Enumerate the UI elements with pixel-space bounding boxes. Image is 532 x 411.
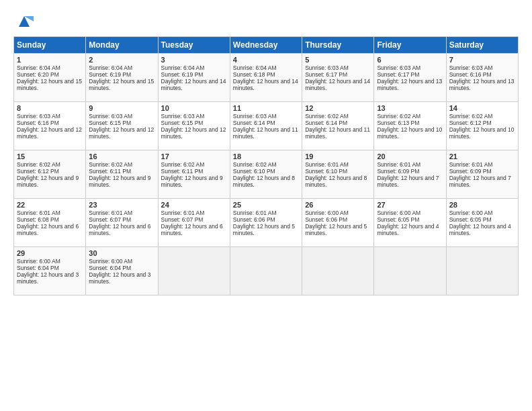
calendar-cell: 23Sunrise: 6:01 AMSunset: 6:07 PMDayligh… bbox=[86, 199, 158, 247]
daylight: Daylight: 12 hours and 9 minutes. bbox=[161, 175, 223, 188]
day-number: 24 bbox=[161, 201, 227, 209]
calendar-cell: 22Sunrise: 6:01 AMSunset: 6:08 PMDayligh… bbox=[14, 199, 86, 247]
calendar-cell: 30Sunrise: 6:00 AMSunset: 6:04 PMDayligh… bbox=[86, 247, 158, 295]
sunrise: Sunrise: 6:01 AM bbox=[305, 161, 349, 168]
calendar-page: Sunday Monday Tuesday Wednesday Thursday… bbox=[0, 0, 532, 302]
daylight: Daylight: 12 hours and 12 minutes. bbox=[161, 126, 226, 140]
daylight: Daylight: 12 hours and 4 minutes. bbox=[377, 223, 439, 236]
daylight: Daylight: 12 hours and 14 minutes. bbox=[233, 78, 298, 91]
day-number: 26 bbox=[305, 201, 371, 209]
calendar-cell bbox=[230, 247, 302, 295]
calendar-cell: 4Sunrise: 6:04 AMSunset: 6:18 PMDaylight… bbox=[230, 54, 302, 102]
day-number: 12 bbox=[305, 104, 371, 112]
day-number: 3 bbox=[161, 56, 227, 64]
sunset: Sunset: 6:09 PM bbox=[377, 168, 419, 175]
sunrise: Sunrise: 6:01 AM bbox=[161, 210, 205, 216]
day-number: 21 bbox=[449, 152, 515, 161]
daylight: Daylight: 12 hours and 13 minutes. bbox=[377, 78, 442, 91]
sunset: Sunset: 6:19 PM bbox=[89, 71, 131, 78]
sunset: Sunset: 6:14 PM bbox=[233, 120, 275, 126]
header-tuesday: Tuesday bbox=[158, 37, 230, 54]
sunrise: Sunrise: 6:00 AM bbox=[17, 258, 60, 265]
sunset: Sunset: 6:14 PM bbox=[305, 120, 347, 126]
sunset: Sunset: 6:08 PM bbox=[17, 216, 59, 223]
logo-icon bbox=[15, 12, 34, 31]
calendar-cell: 12Sunrise: 6:02 AMSunset: 6:14 PMDayligh… bbox=[302, 102, 374, 150]
day-number: 15 bbox=[17, 152, 83, 161]
sunset: Sunset: 6:15 PM bbox=[161, 120, 204, 126]
calendar-cell: 16Sunrise: 6:02 AMSunset: 6:11 PMDayligh… bbox=[86, 150, 158, 199]
sunset: Sunset: 6:16 PM bbox=[17, 120, 59, 126]
sunset: Sunset: 6:20 PM bbox=[17, 71, 59, 78]
day-number: 28 bbox=[449, 201, 515, 209]
calendar-week-row: 8Sunrise: 6:03 AMSunset: 6:16 PMDaylight… bbox=[14, 102, 519, 150]
sunrise: Sunrise: 6:01 AM bbox=[89, 210, 132, 216]
sunrise: Sunrise: 6:02 AM bbox=[233, 161, 277, 168]
daylight: Daylight: 12 hours and 10 minutes. bbox=[377, 126, 442, 140]
sunset: Sunset: 6:07 PM bbox=[89, 216, 131, 223]
day-number: 10 bbox=[161, 104, 227, 112]
calendar-cell: 10Sunrise: 6:03 AMSunset: 6:15 PMDayligh… bbox=[158, 102, 230, 150]
daylight: Daylight: 12 hours and 5 minutes. bbox=[305, 223, 367, 236]
day-number: 2 bbox=[89, 56, 154, 64]
calendar-cell: 19Sunrise: 6:01 AMSunset: 6:10 PMDayligh… bbox=[302, 150, 374, 199]
header-thursday: Thursday bbox=[302, 37, 374, 54]
calendar-week-row: 22Sunrise: 6:01 AMSunset: 6:08 PMDayligh… bbox=[14, 199, 519, 247]
sunrise: Sunrise: 6:02 AM bbox=[17, 161, 60, 168]
day-number: 1 bbox=[17, 56, 83, 64]
sunrise: Sunrise: 6:00 AM bbox=[89, 258, 132, 265]
sunset: Sunset: 6:10 PM bbox=[233, 168, 275, 175]
daylight: Daylight: 12 hours and 12 minutes. bbox=[89, 126, 154, 140]
sunrise: Sunrise: 6:03 AM bbox=[449, 64, 493, 71]
calendar-cell: 9Sunrise: 6:03 AMSunset: 6:15 PMDaylight… bbox=[86, 102, 158, 150]
day-number: 18 bbox=[233, 152, 299, 161]
header-friday: Friday bbox=[374, 37, 446, 54]
day-number: 25 bbox=[233, 201, 299, 209]
daylight: Daylight: 12 hours and 5 minutes. bbox=[233, 223, 295, 236]
calendar-cell: 28Sunrise: 6:00 AMSunset: 6:05 PMDayligh… bbox=[446, 199, 518, 247]
calendar-cell bbox=[302, 247, 374, 295]
sunrise: Sunrise: 6:00 AM bbox=[305, 210, 349, 216]
calendar-cell: 26Sunrise: 6:00 AMSunset: 6:06 PMDayligh… bbox=[302, 199, 374, 247]
calendar-cell: 18Sunrise: 6:02 AMSunset: 6:10 PMDayligh… bbox=[230, 150, 302, 199]
daylight: Daylight: 12 hours and 9 minutes. bbox=[89, 175, 150, 188]
daylight: Daylight: 12 hours and 13 minutes. bbox=[449, 78, 515, 91]
calendar-table: Sunday Monday Tuesday Wednesday Thursday… bbox=[13, 36, 519, 295]
sunrise: Sunrise: 6:03 AM bbox=[233, 113, 277, 120]
daylight: Daylight: 12 hours and 11 minutes. bbox=[305, 126, 370, 140]
sunrise: Sunrise: 6:02 AM bbox=[305, 113, 349, 120]
header-sunday: Sunday bbox=[14, 37, 86, 54]
daylight: Daylight: 12 hours and 7 minutes. bbox=[377, 175, 439, 188]
sunrise: Sunrise: 6:04 AM bbox=[161, 64, 205, 71]
sunset: Sunset: 6:09 PM bbox=[449, 168, 492, 175]
calendar-cell: 5Sunrise: 6:03 AMSunset: 6:17 PMDaylight… bbox=[302, 54, 374, 102]
sunrise: Sunrise: 6:03 AM bbox=[89, 113, 132, 120]
daylight: Daylight: 12 hours and 15 minutes. bbox=[89, 78, 154, 91]
daylight: Daylight: 12 hours and 4 minutes. bbox=[449, 223, 511, 236]
daylight: Daylight: 12 hours and 6 minutes. bbox=[89, 223, 150, 236]
calendar-cell: 17Sunrise: 6:02 AMSunset: 6:11 PMDayligh… bbox=[158, 150, 230, 199]
calendar-cell: 15Sunrise: 6:02 AMSunset: 6:12 PMDayligh… bbox=[14, 150, 86, 199]
sunset: Sunset: 6:04 PM bbox=[17, 265, 59, 271]
sunset: Sunset: 6:12 PM bbox=[449, 120, 492, 126]
calendar-cell: 1Sunrise: 6:04 AMSunset: 6:20 PMDaylight… bbox=[14, 54, 86, 102]
sunrise: Sunrise: 6:02 AM bbox=[377, 113, 420, 120]
sunset: Sunset: 6:16 PM bbox=[449, 71, 492, 78]
day-number: 6 bbox=[377, 56, 443, 64]
daylight: Daylight: 12 hours and 3 minutes. bbox=[17, 271, 79, 285]
daylight: Daylight: 12 hours and 7 minutes. bbox=[449, 175, 511, 188]
day-number: 5 bbox=[305, 56, 371, 64]
sunset: Sunset: 6:18 PM bbox=[233, 71, 275, 78]
calendar-cell: 11Sunrise: 6:03 AMSunset: 6:14 PMDayligh… bbox=[230, 102, 302, 150]
daylight: Daylight: 12 hours and 12 minutes. bbox=[17, 126, 82, 140]
sunset: Sunset: 6:17 PM bbox=[305, 71, 347, 78]
daylight: Daylight: 12 hours and 8 minutes. bbox=[305, 175, 367, 188]
day-number: 17 bbox=[161, 152, 227, 161]
sunset: Sunset: 6:17 PM bbox=[377, 71, 419, 78]
calendar-cell: 21Sunrise: 6:01 AMSunset: 6:09 PMDayligh… bbox=[446, 150, 518, 199]
sunset: Sunset: 6:06 PM bbox=[233, 216, 275, 223]
sunset: Sunset: 6:05 PM bbox=[449, 216, 492, 223]
daylight: Daylight: 12 hours and 11 minutes. bbox=[233, 126, 298, 140]
sunrise: Sunrise: 6:04 AM bbox=[233, 64, 277, 71]
sunrise: Sunrise: 6:01 AM bbox=[449, 161, 493, 168]
